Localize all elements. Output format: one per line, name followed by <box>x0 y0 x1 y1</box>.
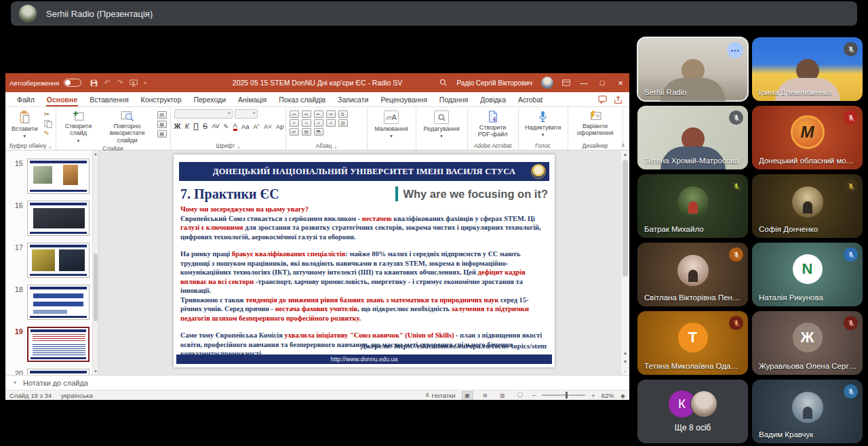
ribbon-tab-файл[interactable]: Файл <box>11 92 41 106</box>
present-icon[interactable] <box>130 79 138 87</box>
line-spacing-icon[interactable]: ⇅ <box>338 110 348 118</box>
ribbon-tab-записати[interactable]: Записати <box>332 92 374 106</box>
account-name[interactable]: Радіо Сергій Вікторович <box>456 79 532 87</box>
notes-grip-icon[interactable]: ▾ <box>14 380 16 386</box>
design-ideas-button[interactable]: Варіанти оформлення <box>572 109 619 138</box>
zoom-slider[interactable] <box>542 394 585 396</box>
layout-icon[interactable]: ▤ <box>157 111 167 119</box>
thumbnail-scrollbar[interactable]: ▲ ▼ <box>92 150 98 375</box>
indent-decrease-icon[interactable]: ⇤ <box>314 110 323 118</box>
participant-tile-батрак-михайло[interactable]: Батрак Михайло <box>637 174 748 238</box>
ribbon-tab-acrobat[interactable]: Acrobat <box>512 92 549 106</box>
shrink-font-icon[interactable]: A˅ <box>264 123 272 130</box>
ribbon-tab-подання[interactable]: Подання <box>433 92 474 106</box>
ribbon-tab-вставлення[interactable]: Вставлення <box>83 92 134 106</box>
qat-caret-icon[interactable]: ▾ <box>144 80 146 86</box>
participant-tile-софія-донченко[interactable]: Софія Донченко <box>752 174 863 238</box>
slide-thumbnail-18[interactable]: 18 <box>9 285 98 320</box>
collapse-ribbon-icon[interactable]: ∧ <box>620 142 625 148</box>
restore-button[interactable]: □ <box>597 79 607 87</box>
tile-more-options-button[interactable]: ⋯ <box>727 42 743 58</box>
close-button[interactable]: × <box>616 78 625 88</box>
columns-icon[interactable]: ▥ <box>338 119 348 127</box>
numbering-icon[interactable]: ≕ <box>302 110 311 118</box>
new-slide-button[interactable]: Створити слайд▾ <box>60 109 98 145</box>
pen-icon[interactable]: ✎ <box>224 123 229 130</box>
participant-tile-ще-8-осіб[interactable]: КЩе 8 осіб <box>637 380 748 443</box>
slide-thumbnail-15[interactable]: 15 <box>9 159 98 194</box>
slide[interactable]: ДОНЕЦЬКИЙ НАЦІОНАЛЬНИЙ УНІВЕРСИТЕТ ІМЕНІ… <box>174 155 555 367</box>
cut-icon[interactable]: ✂ <box>44 111 52 118</box>
align-right-icon[interactable]: ≡ <box>314 119 323 127</box>
font-glyph-2[interactable]: П <box>193 122 199 130</box>
slide-sorter-button[interactable]: ⊞ <box>479 391 491 399</box>
ribbon-tab-конструктор[interactable]: Конструктор <box>135 92 188 106</box>
notes-toggle[interactable]: ≙Нотатки <box>425 392 456 399</box>
font-glyph-4[interactable]: AV <box>212 123 219 129</box>
font-glyph-1[interactable]: К <box>184 122 189 130</box>
participant-tile-донецький-обласний-моло-[interactable]: MДонецький обласний моло... <box>752 106 863 169</box>
share-icon[interactable] <box>614 96 623 104</box>
canvas-scrollbar[interactable]: ▲ ▲ ▼ ⌄ <box>620 150 629 375</box>
justify-icon[interactable]: ≡ <box>326 119 336 127</box>
ribbon-options-icon[interactable] <box>562 79 570 86</box>
clear-format-icon[interactable]: Ap <box>276 123 284 130</box>
font-color-icon[interactable]: A <box>233 122 237 131</box>
drawing-button[interactable]: ▱A Малювання▾ <box>371 109 412 140</box>
participant-tile-наталія-рикунова[interactable]: NНаталія Рикунова <box>752 243 863 306</box>
ribbon-tab-рецензування[interactable]: Рецензування <box>374 92 433 106</box>
account-avatar[interactable] <box>541 77 553 89</box>
ribbon-tab-анімація[interactable]: Анімація <box>232 92 273 106</box>
dialog-launcher-icon[interactable]: ⌟ <box>48 142 51 149</box>
slideshow-button[interactable]: 🖵 <box>515 391 526 399</box>
font-glyph-3[interactable]: S <box>203 122 208 130</box>
align-center-icon[interactable]: ≡ <box>302 119 311 127</box>
font-name-select[interactable] <box>174 109 233 119</box>
search-icon[interactable] <box>439 79 448 87</box>
zoom-out-button[interactable]: − <box>532 392 536 399</box>
change-case-icon[interactable]: Aa <box>241 123 250 130</box>
format-painter-icon[interactable]: ✎ <box>44 130 52 137</box>
participant-tile-журавльова-олена-сергіїв-[interactable]: ЖЖуравльова Олена Сергіїв... <box>752 311 863 375</box>
ribbon-tab-показ-слайдів[interactable]: Показ слайдів <box>273 92 332 106</box>
copy-icon[interactable] <box>44 120 52 128</box>
fit-slide-button[interactable]: ◈ <box>620 392 625 399</box>
indent-increase-icon[interactable]: ⇥ <box>326 110 336 118</box>
autosave-toggle[interactable] <box>64 79 81 87</box>
smartart-icon[interactable]: ⬒ <box>314 128 323 136</box>
participant-tile-ірина-дремлюженко[interactable]: Ірина Дремлюженко <box>752 37 863 101</box>
language-indicator[interactable]: українська <box>61 392 93 399</box>
reading-view-button[interactable]: ▥ <box>497 391 509 399</box>
participant-tile-світлана-вікторівна-пендю-[interactable]: Світлана Вікторівна Пендю... <box>637 243 748 306</box>
grow-font-icon[interactable]: Aˆ <box>253 123 260 130</box>
participant-tile-тетяна-миколаївна-одарік-[interactable]: ТТетяна Миколаївна Одарік... <box>637 311 748 375</box>
font-size-select[interactable] <box>235 109 258 119</box>
editing-button[interactable]: Редагування▾ <box>420 109 464 140</box>
align-left-icon[interactable]: ≡ <box>290 119 299 127</box>
comment-icon[interactable] <box>598 96 607 104</box>
text-direction-icon[interactable]: ⇄ <box>290 128 299 136</box>
paste-button[interactable]: Вставити▾ <box>9 109 41 140</box>
zoom-level[interactable]: 62% <box>601 392 614 399</box>
participant-tile-вадим-кравчук[interactable]: Вадим Кравчук <box>752 380 863 443</box>
font-glyph-0[interactable]: Ж <box>174 122 181 130</box>
participant-tile-serhii-radio[interactable]: Serhii Radio⋯ <box>637 37 748 101</box>
create-pdf-button[interactable]: Створити PDF-файл <box>471 109 515 140</box>
slide-thumbnail-16[interactable]: 16 <box>9 201 98 236</box>
slide-thumbnail-19[interactable]: 19 <box>9 327 98 362</box>
dictate-button[interactable]: Надиктувати▾ <box>522 109 564 139</box>
font-format-buttons[interactable]: ЖКПSAV✎AAaAˆA˅Ap <box>174 122 282 131</box>
reuse-slides-button[interactable]: Повторно використати слайди <box>101 109 154 145</box>
ribbon-tab-переходи[interactable]: Переходи <box>187 92 232 106</box>
undo-icon[interactable]: ↶ <box>104 78 111 87</box>
notes-pane[interactable]: ▾ Нотатки до слайда <box>5 375 629 390</box>
ribbon-tab-довідка[interactable]: Довідка <box>474 92 512 106</box>
zoom-in-button[interactable]: + <box>591 392 595 399</box>
ribbon-tab-основне[interactable]: Основне <box>41 92 83 106</box>
save-icon[interactable] <box>90 79 98 87</box>
reset-icon[interactable]: ▩ <box>157 121 167 128</box>
dialog-launcher-icon[interactable]: ⌟ <box>237 142 239 149</box>
bullets-icon[interactable]: ≔ <box>290 110 299 118</box>
participant-tile-тетяна-хромій-матросова[interactable]: Тетяна Хромій-Матросова <box>637 106 748 169</box>
dialog-launcher-icon[interactable]: ⌟ <box>334 142 336 149</box>
